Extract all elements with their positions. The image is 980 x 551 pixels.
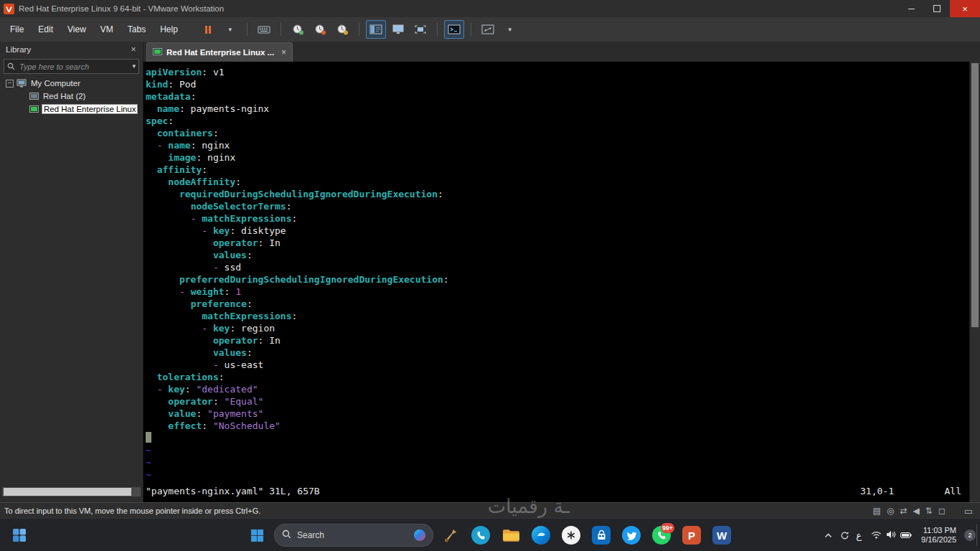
toolbar-separator	[437, 23, 438, 36]
vim-ruler: 31,0-1	[860, 486, 894, 496]
vm-running-icon	[29, 105, 39, 113]
vim-line: effect: "NoSchedule"	[146, 420, 969, 432]
widgets-icon[interactable]	[9, 524, 30, 546]
scrollbar-thumb[interactable]	[4, 488, 131, 496]
taskbar-clock[interactable]: 11:03 PM 9/16/2025	[921, 526, 956, 545]
main-area: Library × ▾ −My ComputerRed Hat (2)Red H…	[0, 42, 980, 502]
file-explorer-icon[interactable]	[498, 522, 524, 548]
hidden-icons-chevron[interactable]	[823, 533, 833, 538]
vim-line: values:	[146, 347, 969, 359]
network-volume-battery-group[interactable]	[868, 526, 915, 545]
library-horizontal-scrollbar[interactable]	[2, 487, 141, 496]
phone-link-icon[interactable]	[468, 522, 494, 548]
computer-icon	[17, 79, 27, 88]
vim-line: operator: "Equal"	[146, 395, 969, 408]
usb-icon[interactable]: ⇅	[925, 507, 933, 515]
thumbnail-bar-button[interactable]	[388, 20, 408, 39]
vim-line: operator: In	[146, 237, 969, 249]
tab-red-hat-enterprise-linux[interactable]: Red Hat Enterprise Linux ... ×	[146, 42, 293, 62]
tree-item-red-hat-enterprise-linux[interactable]: Red Hat Enterprise Linux	[0, 103, 143, 116]
menu-vm[interactable]: VM	[93, 17, 121, 42]
message-log-icon[interactable]: ▭	[964, 506, 973, 517]
vm-screen[interactable]: apiVersion: v1kind: Podmetadata: name: p…	[143, 62, 980, 502]
vim-tilde-line: ~	[146, 468, 969, 481]
vmware-status-bar: To direct input to this VM, move the mou…	[0, 502, 980, 519]
sound-icon[interactable]: ◀	[913, 507, 919, 515]
show-library-button[interactable]	[366, 20, 386, 39]
vim-line: values:	[146, 249, 969, 261]
powerpoint-icon[interactable]: P	[679, 522, 705, 548]
library-panel-title: Library	[6, 45, 31, 54]
chatgpt-icon[interactable]	[558, 522, 584, 548]
sync-icon[interactable]	[839, 531, 849, 540]
tree-item-red-hat-2[interactable]: Red Hat (2)	[0, 90, 143, 103]
vim-line: preference:	[146, 298, 969, 310]
vim-line: - ssd	[146, 261, 969, 273]
cd-dvd-icon[interactable]: ◎	[887, 507, 894, 515]
edge-browser-icon[interactable]	[528, 522, 554, 548]
vim-line: value: "payments"	[146, 408, 969, 420]
menu-bar: FileEditViewVMTabsHelp ▾▾	[0, 17, 980, 42]
display-icon[interactable]: ◻	[938, 507, 946, 515]
scrollbar-thumb[interactable]	[971, 63, 979, 327]
minimize-button[interactable]	[898, 0, 924, 17]
game-launcher-icon[interactable]	[438, 522, 463, 548]
menu-file[interactable]: File	[3, 17, 31, 42]
menu-edit[interactable]: Edit	[31, 17, 60, 42]
notification-count-badge[interactable]: 2	[964, 529, 976, 541]
toolbar-separator	[247, 23, 248, 36]
vim-tilde-line: ~	[146, 444, 969, 456]
tab-close-icon[interactable]: ×	[281, 47, 286, 57]
vmware-logo-icon	[4, 4, 14, 14]
language-indicator[interactable]: ع	[856, 530, 862, 541]
fullscreen-button[interactable]	[478, 20, 498, 39]
twitter-icon[interactable]	[618, 522, 644, 548]
vim-line: - name: nginx	[146, 139, 969, 151]
vim-buffer[interactable]: apiVersion: v1kind: Podmetadata: name: p…	[143, 62, 980, 502]
vim-line: - matchExpressions:	[146, 212, 969, 225]
search-label: Search	[297, 530, 324, 540]
menu-view[interactable]: View	[60, 17, 93, 42]
fullscreen-dropdown[interactable]: ▾	[500, 20, 520, 39]
hard-disk-icon[interactable]: ▤	[873, 507, 881, 515]
microsoft-store-icon[interactable]	[588, 522, 614, 548]
power-pause-button[interactable]	[198, 20, 218, 39]
word-icon[interactable]: W	[709, 522, 735, 548]
clock-date: 9/16/2025	[921, 535, 956, 545]
launch-terminal-button[interactable]	[444, 20, 464, 39]
power-options-dropdown[interactable]: ▾	[220, 20, 240, 39]
send-ctrl-alt-del-button[interactable]	[254, 20, 274, 39]
revert-snapshot-button[interactable]	[310, 20, 330, 39]
vim-tilde-line: ~	[146, 456, 969, 468]
start-button[interactable]	[244, 522, 270, 548]
menu-bar-items: FileEditViewVMTabsHelp	[3, 17, 185, 42]
vim-line: - key: "dedicated"	[146, 383, 969, 395]
vm-vertical-scrollbar[interactable]	[969, 62, 980, 502]
search-highlights-icon[interactable]	[414, 529, 425, 541]
menu-tabs[interactable]: Tabs	[121, 17, 153, 42]
library-panel: Library × ▾ −My ComputerRed Hat (2)Red H…	[0, 42, 143, 502]
console-view-button[interactable]	[410, 20, 430, 39]
library-search-input[interactable]	[18, 62, 129, 72]
search-dropdown-icon[interactable]: ▾	[132, 63, 136, 70]
close-button[interactable]: ×	[950, 0, 980, 17]
pinned-apps: 99+PW	[438, 522, 735, 548]
taskbar-search-box[interactable]: Search	[274, 524, 433, 547]
whatsapp-icon[interactable]: 99+	[649, 522, 674, 548]
network-adapter-icon[interactable]: ⇄	[900, 507, 907, 515]
take-snapshot-button[interactable]	[288, 20, 308, 39]
manage-snapshots-button[interactable]	[332, 20, 352, 39]
show-desktop-button[interactable]	[976, 524, 980, 546]
tree-item-my-computer[interactable]: −My Computer	[0, 77, 143, 90]
maximize-button[interactable]	[924, 0, 950, 17]
library-close-icon[interactable]: ×	[128, 44, 138, 55]
library-search-box[interactable]: ▾	[4, 59, 139, 74]
vim-line: apiVersion: v1	[146, 66, 969, 78]
tab-label: Red Hat Enterprise Linux ...	[166, 48, 277, 57]
menu-help[interactable]: Help	[153, 17, 185, 42]
tree-item-label: My Computer	[29, 79, 82, 88]
tree-item-label: Red Hat Enterprise Linux	[42, 104, 138, 114]
system-tray: ع 11:03 PM 9/16/2025 2	[823, 519, 976, 551]
tree-expander-icon[interactable]: −	[6, 80, 14, 88]
window-title: Red Hat Enterprise Linux 9 64-bit - VMwa…	[19, 4, 898, 13]
